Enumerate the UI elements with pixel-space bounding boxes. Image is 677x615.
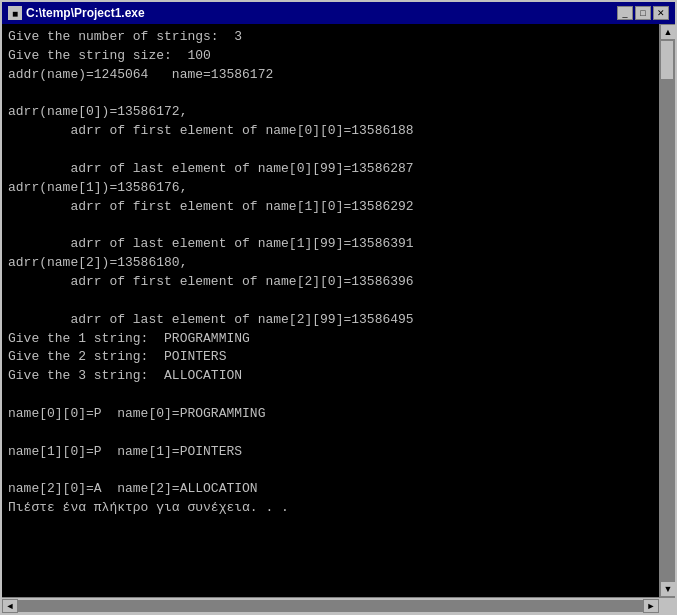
scroll-up-button[interactable]: ▲	[660, 24, 675, 40]
window-title: C:\temp\Project1.exe	[26, 6, 145, 20]
scrollbar-h-track	[18, 600, 643, 612]
main-window: ■ C:\temp\Project1.exe _ □ ✕ Give the nu…	[0, 0, 677, 615]
scroll-right-button[interactable]: ►	[643, 599, 659, 613]
bottom-bar: ◄ ►	[2, 597, 675, 613]
maximize-button[interactable]: □	[635, 6, 651, 20]
scroll-left-button[interactable]: ◄	[2, 599, 18, 613]
title-controls: _ □ ✕	[617, 6, 669, 20]
minimize-button[interactable]: _	[617, 6, 633, 20]
scrollbar-corner	[659, 598, 675, 614]
title-bar: ■ C:\temp\Project1.exe _ □ ✕	[2, 2, 675, 24]
scrollbar-track	[660, 40, 675, 581]
scrollbar-thumb[interactable]	[660, 40, 674, 80]
title-bar-left: ■ C:\temp\Project1.exe	[8, 6, 145, 20]
close-button[interactable]: ✕	[653, 6, 669, 20]
scroll-down-button[interactable]: ▼	[660, 581, 675, 597]
vertical-scrollbar[interactable]: ▲ ▼	[659, 24, 675, 597]
content-area: Give the number of strings: 3 Give the s…	[2, 24, 675, 597]
horizontal-scrollbar[interactable]: ◄ ►	[2, 598, 659, 614]
terminal-output: Give the number of strings: 3 Give the s…	[2, 24, 659, 597]
window-icon: ■	[8, 6, 22, 20]
